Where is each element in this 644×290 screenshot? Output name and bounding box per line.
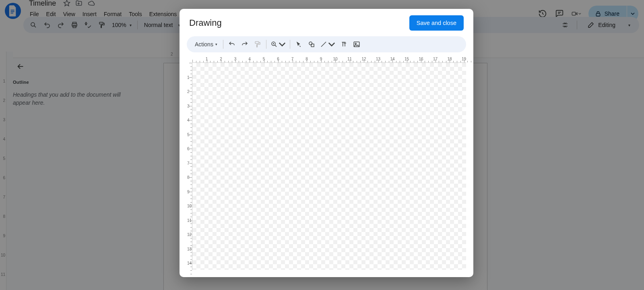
modal-title: Drawing: [189, 18, 222, 28]
chevron-down-icon: [279, 41, 286, 48]
actions-menu[interactable]: Actions ▾: [192, 38, 221, 50]
actions-label: Actions: [195, 41, 213, 48]
chevron-down-icon: ▾: [215, 42, 217, 46]
chevron-down-icon: [328, 41, 335, 48]
drawing-vertical-ruler[interactable]: 1234567891011121314: [187, 63, 192, 270]
undo-button[interactable]: [226, 38, 238, 50]
toolbar-separator: [266, 40, 266, 49]
drawing-toolbar: Actions ▾: [187, 36, 466, 52]
modal-header: Drawing Save and close: [180, 9, 473, 36]
paint-format-button: [252, 38, 264, 50]
redo-button[interactable]: [239, 38, 251, 50]
svg-rect-10: [255, 41, 259, 44]
shape-tool[interactable]: [305, 38, 318, 50]
textbox-tool[interactable]: [338, 38, 350, 50]
zoom-tool[interactable]: [269, 38, 287, 50]
drawing-canvas-area: 12345678910111213141516171819 1234567891…: [187, 56, 466, 270]
drawing-canvas[interactable]: [192, 63, 466, 270]
svg-point-12: [309, 42, 312, 45]
image-tool[interactable]: [351, 38, 363, 50]
drawing-modal: Drawing Save and close Actions ▾ 1234567…: [180, 9, 473, 277]
toolbar-separator: [290, 40, 290, 49]
line-tool[interactable]: [318, 38, 337, 50]
save-and-close-button[interactable]: Save and close: [409, 15, 464, 31]
toolbar-separator: [223, 40, 223, 49]
svg-point-15: [355, 43, 356, 44]
select-tool[interactable]: [293, 38, 305, 50]
line-icon: [320, 41, 327, 48]
drawing-horizontal-ruler[interactable]: 12345678910111213141516171819: [192, 56, 466, 63]
zoom-icon: [270, 41, 278, 48]
